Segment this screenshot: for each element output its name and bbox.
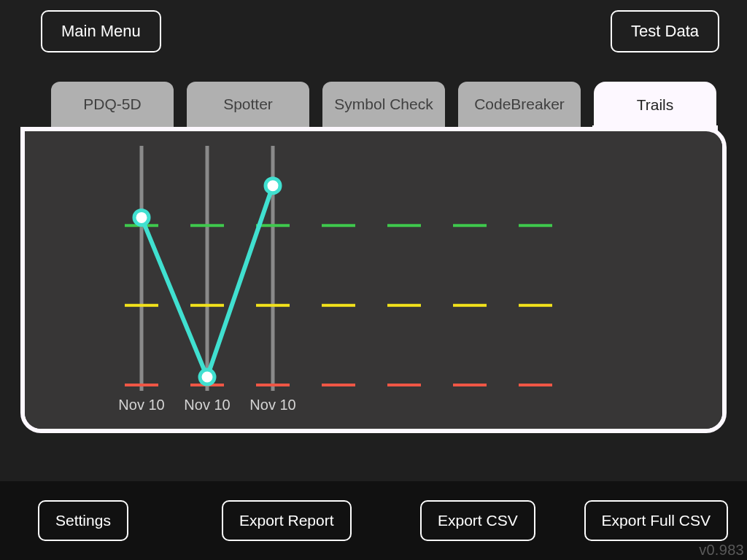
svg-line-28 bbox=[207, 186, 273, 377]
trails-chart: Nov 10Nov 10Nov 10 bbox=[25, 131, 722, 429]
bottom-bar: Settings Export Report Export CSV Export… bbox=[0, 481, 747, 560]
export-report-button[interactable]: Export Report bbox=[222, 500, 352, 541]
chart-panel: Nov 10Nov 10Nov 10 bbox=[25, 131, 722, 429]
top-bar: Main Menu Test Data bbox=[0, 0, 747, 58]
tab-pdq-5d[interactable]: PDQ-5D bbox=[51, 82, 174, 127]
export-full-csv-button[interactable]: Export Full CSV bbox=[584, 500, 728, 541]
version-label: v0.983 bbox=[699, 542, 744, 559]
settings-button[interactable]: Settings bbox=[38, 500, 128, 541]
tab-spotter[interactable]: Spotter bbox=[187, 82, 309, 127]
main-menu-button[interactable]: Main Menu bbox=[41, 10, 161, 52]
tab-symbol-check[interactable]: Symbol Check bbox=[322, 82, 445, 127]
svg-point-29 bbox=[134, 210, 149, 225]
tab-trails[interactable]: Trails bbox=[594, 82, 716, 128]
tab-label: CodeBreaker bbox=[474, 96, 565, 113]
tab-codebreaker[interactable]: CodeBreaker bbox=[458, 82, 581, 127]
tab-label: Trails bbox=[637, 96, 674, 114]
svg-text:Nov 10: Nov 10 bbox=[184, 397, 230, 413]
svg-text:Nov 10: Nov 10 bbox=[118, 397, 164, 413]
svg-point-30 bbox=[200, 370, 214, 384]
export-csv-button[interactable]: Export CSV bbox=[420, 500, 535, 541]
tab-label: Symbol Check bbox=[334, 96, 433, 113]
tab-bar: PDQ-5D Spotter Symbol Check CodeBreaker … bbox=[51, 82, 718, 128]
svg-text:Nov 10: Nov 10 bbox=[249, 397, 295, 413]
tab-label: Spotter bbox=[223, 96, 273, 113]
tab-label: PDQ-5D bbox=[83, 96, 141, 113]
test-data-button[interactable]: Test Data bbox=[611, 10, 719, 52]
svg-point-31 bbox=[266, 179, 280, 193]
svg-line-27 bbox=[142, 217, 207, 377]
